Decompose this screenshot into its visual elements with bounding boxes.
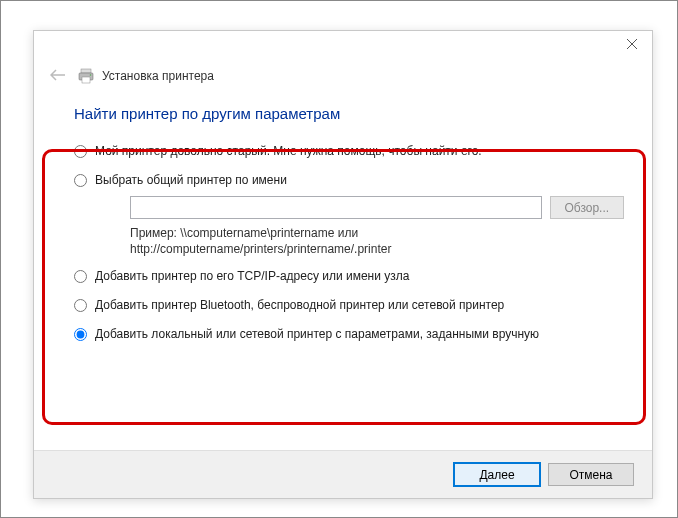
cancel-button[interactable]: Отмена xyxy=(548,463,634,486)
titlebar xyxy=(34,31,652,61)
browse-button[interactable]: Обзор... xyxy=(550,196,624,219)
option-old-printer-label: Мой принтер довольно старый. Мне нужна п… xyxy=(95,144,482,159)
shared-printer-path-input[interactable] xyxy=(130,196,542,219)
options-group: Мой принтер довольно старый. Мне нужна п… xyxy=(34,122,652,342)
window-title: Установка принтера xyxy=(102,69,214,83)
svg-rect-2 xyxy=(81,69,91,73)
page-heading: Найти принтер по другим параметрам xyxy=(34,87,652,122)
back-button[interactable] xyxy=(46,65,70,87)
printer-icon xyxy=(78,68,94,84)
shared-printer-subgroup: Обзор... Пример: \\computername\printern… xyxy=(130,196,624,257)
close-icon xyxy=(627,39,637,49)
option-bluetooth-label: Добавить принтер Bluetooth, беспроводной… xyxy=(95,298,504,313)
shared-example: Пример: \\computername\printername или h… xyxy=(130,225,624,257)
shared-example-line2: http://computername/printers/printername… xyxy=(130,241,624,257)
option-shared-printer[interactable]: Выбрать общий принтер по имени xyxy=(74,173,624,188)
radio-old-printer[interactable] xyxy=(74,145,87,158)
add-printer-wizard: Установка принтера Найти принтер по друг… xyxy=(33,30,653,499)
arrow-left-icon xyxy=(50,69,66,81)
shared-example-line1: Пример: \\computername\printername или xyxy=(130,225,624,241)
radio-local-manual[interactable] xyxy=(74,328,87,341)
option-old-printer[interactable]: Мой принтер довольно старый. Мне нужна п… xyxy=(74,144,624,159)
close-button[interactable] xyxy=(618,35,646,55)
radio-bluetooth[interactable] xyxy=(74,299,87,312)
option-tcpip-label: Добавить принтер по его TCP/IP-адресу ил… xyxy=(95,269,409,284)
svg-rect-4 xyxy=(82,77,90,83)
footer: Далее Отмена xyxy=(34,450,652,498)
header-row: Установка принтера xyxy=(34,61,652,87)
option-shared-printer-label: Выбрать общий принтер по имени xyxy=(95,173,287,188)
radio-shared-printer[interactable] xyxy=(74,174,87,187)
option-local-manual[interactable]: Добавить локальный или сетевой принтер с… xyxy=(74,327,624,342)
radio-tcpip[interactable] xyxy=(74,270,87,283)
svg-point-5 xyxy=(90,74,92,76)
option-bluetooth[interactable]: Добавить принтер Bluetooth, беспроводной… xyxy=(74,298,624,313)
option-local-manual-label: Добавить локальный или сетевой принтер с… xyxy=(95,327,539,342)
next-button[interactable]: Далее xyxy=(454,463,540,486)
option-tcpip[interactable]: Добавить принтер по его TCP/IP-адресу ил… xyxy=(74,269,624,284)
